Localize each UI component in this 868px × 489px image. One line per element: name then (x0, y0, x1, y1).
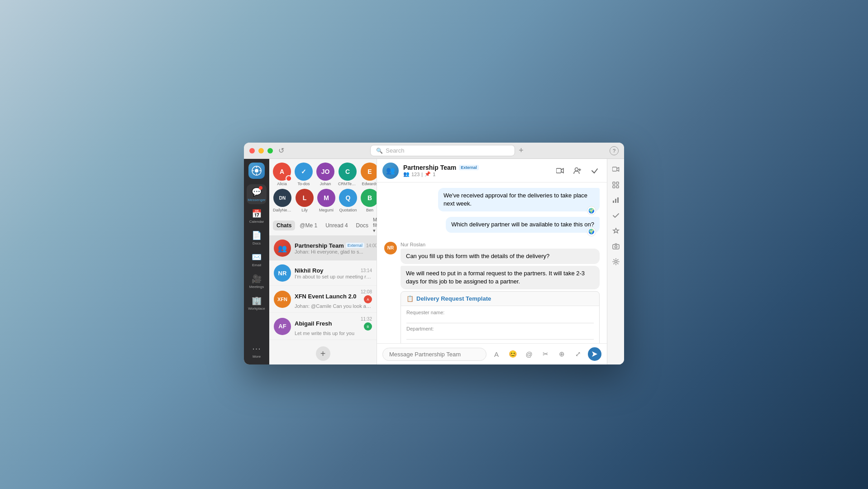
story-avatar-todos: ✓ (295, 163, 313, 181)
pin-count: 1 (433, 172, 435, 177)
right-check-button[interactable] (609, 209, 623, 222)
chat-preview-nikhil: I'm about to set up our meeting room (295, 274, 372, 279)
story-todos[interactable]: ✓ To-dos (295, 163, 313, 186)
sidebar-item-calendar[interactable]: 📅 Calendar (247, 206, 267, 226)
chat-header-name-row: Partnership Team External (403, 164, 549, 171)
format-text-button[interactable]: A (490, 348, 503, 360)
story-label-megumi: Megumi (319, 208, 334, 212)
add-button[interactable]: ⊕ (555, 348, 568, 360)
chat-header-actions (553, 164, 601, 177)
chat-item-nikhil-roy[interactable]: NR Nikhil Roy 13:14 I'm about to set up … (269, 261, 377, 286)
story-img-ben: B (361, 189, 377, 207)
scissors-button[interactable]: ✂ (539, 348, 552, 360)
chat-name-row-nikhil: Nikhil Roy 13:14 (295, 267, 372, 274)
message-text-1: We've received approval for the deliveri… (444, 192, 587, 207)
story-edwards[interactable]: E Edwards (361, 163, 377, 186)
new-tab-button[interactable]: + (519, 146, 524, 155)
story-img-dn: DN (273, 189, 291, 207)
mini-avatar-abigail: B (364, 322, 372, 331)
story-megumi[interactable]: M Megumi (317, 189, 335, 212)
chat-name: Partnership Team (295, 242, 344, 249)
story-img-johan: JO (316, 163, 334, 181)
sidebar-item-email[interactable]: ✉️ Email (247, 249, 267, 269)
chat-info-xfn: XFN Event Launch 2.0 12:08 A Johan: @Cam… (295, 289, 372, 309)
sidebar-item-docs[interactable]: 📄 Docs (247, 228, 267, 248)
story-quotation[interactable]: Q Quotation (339, 189, 357, 212)
chat-info-partnership-team: Partnership Team External 14:00 Johan: H… (295, 242, 372, 254)
message-bubble-1: We've received approval for the deliveri… (438, 188, 600, 211)
close-button[interactable] (249, 148, 255, 153)
tab-chats[interactable]: Chats (273, 221, 295, 230)
sidebar-item-messenger[interactable]: 💬 Messenger (247, 184, 267, 204)
messenger-badge-container: 💬 (252, 187, 262, 197)
story-dailynews[interactable]: DN DailyNews (273, 189, 292, 212)
story-avatar-johan: JO (316, 163, 334, 181)
maximize-button[interactable] (267, 148, 273, 153)
chat-item-partnership-team[interactable]: 👥 Partnership Team External 14:00 Johan:… (269, 236, 377, 261)
tab-at-me[interactable]: @Me 1 (296, 221, 321, 230)
add-chat-button[interactable]: + (316, 346, 330, 361)
story-label-crmteam: CRMTeam (338, 182, 357, 186)
story-label-todos: To-dos (297, 182, 310, 186)
svg-point-1 (255, 169, 258, 173)
tab-unread[interactable]: Unread 4 (322, 221, 351, 230)
chat-item-neha[interactable]: NA Neha Anand External 11:30 Thanks so m… (269, 340, 377, 343)
sidebar-item-workplace[interactable]: 🏢 Workplace (247, 293, 267, 313)
minimize-button[interactable] (258, 148, 264, 153)
members-count: 123 (411, 172, 420, 177)
mention-button[interactable]: @ (523, 348, 535, 360)
docs-icon: 📄 (252, 230, 262, 240)
send-button[interactable] (588, 347, 601, 361)
story-avatar-dn: DN (273, 189, 291, 207)
docs-label: Docs (253, 241, 261, 245)
story-label-dn: DailyNews (273, 208, 292, 212)
title-bar: ↺ 🔍 Search + ? (244, 143, 624, 159)
right-camera-button[interactable] (609, 240, 623, 253)
message-reaction-1[interactable]: 🌍 (587, 206, 596, 215)
add-member-button[interactable] (571, 164, 584, 177)
check-button[interactable] (588, 164, 601, 177)
story-crmteam[interactable]: C CRMTeam (338, 163, 357, 186)
pin-icon: 📌 (424, 171, 431, 177)
svg-rect-16 (615, 199, 616, 203)
sidebar-item-more[interactable]: ··· More (247, 341, 267, 361)
right-star-button[interactable] (609, 224, 623, 238)
workplace-label: Workplace (248, 307, 265, 311)
right-grid-button[interactable] (609, 178, 623, 192)
app-logo (248, 163, 265, 179)
delivery-form-body: Requester name: Department: Date of deli… (401, 306, 599, 343)
svg-point-20 (615, 261, 617, 263)
chat-items-list: 👥 Partnership Team External 14:00 Johan:… (269, 236, 377, 343)
messages-area: We've received approval for the deliveri… (377, 182, 607, 343)
chat-item-xfn[interactable]: XFN XFN Event Launch 2.0 12:08 A Johan: … (269, 286, 377, 313)
story-avatar-crmteam: C (339, 163, 357, 181)
story-ben[interactable]: B Ben (361, 189, 377, 212)
video-call-button[interactable] (553, 164, 567, 177)
field-input-requester (406, 316, 594, 323)
message-reaction-2[interactable]: 🌍 (587, 227, 596, 236)
sidebar-item-meetings[interactable]: 🎥 Meetings (247, 271, 267, 291)
message-input[interactable] (382, 348, 486, 361)
chat-header-meta: 👥 123 | 📌 1 (403, 171, 549, 177)
story-row-2: DN DailyNews L Lily M Megumi (269, 188, 377, 215)
right-chart-button[interactable] (609, 193, 623, 207)
help-button[interactable]: ? (610, 146, 619, 155)
search-bar[interactable]: 🔍 Search (370, 145, 515, 156)
story-label-quotation: Quotation (339, 208, 357, 212)
chat-header-avatar-icon: 👥 (386, 166, 395, 175)
expand-button[interactable]: ⤢ (572, 348, 584, 360)
main-content: 💬 Messenger 📅 Calendar 📄 Docs ✉️ Email 🎥… (244, 159, 624, 364)
chat-name-nikhil: Nikhil Roy (295, 267, 324, 274)
history-icon[interactable]: ↺ (278, 146, 284, 155)
chat-time: 14:00 (366, 243, 377, 248)
story-johan[interactable]: JO Johan (316, 163, 334, 186)
emoji-button[interactable]: 😊 (506, 348, 519, 360)
tab-docs[interactable]: Docs (353, 221, 372, 230)
chat-time-nikhil: 13:14 (361, 268, 372, 273)
right-video-button[interactable] (609, 163, 623, 176)
story-lily[interactable]: L Lily (296, 189, 314, 212)
right-settings-button[interactable] (609, 255, 623, 268)
chat-item-abigail[interactable]: AF Abigail Fresh 11:32 B Let me write th… (269, 313, 377, 340)
field-input-department (406, 332, 594, 340)
story-alicia[interactable]: A 🔴 Alicia (273, 163, 291, 186)
